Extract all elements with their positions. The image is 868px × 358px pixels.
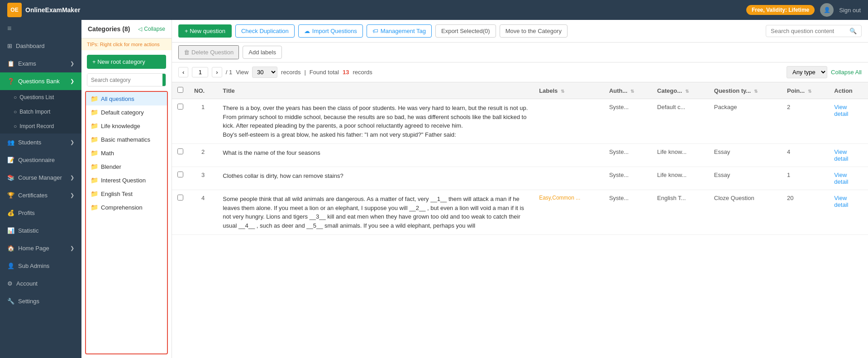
row-points: 20 (782, 190, 829, 235)
search-category-wrapper: 🔍 (87, 73, 166, 86)
category-item-label: All questions (101, 95, 134, 102)
view-detail-button[interactable]: Viewdetail (834, 172, 848, 185)
sidebar-item-label: Profits (18, 210, 35, 216)
row-no: 3 (189, 167, 217, 190)
questionnaire-icon: 📝 (7, 157, 14, 163)
sidebar-item-exams[interactable]: 📋 Exams ❯ (0, 55, 81, 72)
sidebar-item-import-record[interactable]: ○ Import Record (0, 119, 81, 134)
row-no: 2 (189, 144, 217, 167)
move-to-category-button[interactable]: Move to the Category (500, 24, 568, 38)
category-item-label: English Test (101, 191, 133, 197)
sidebar-item-course-manager[interactable]: 📚 Course Manager ❯ (0, 169, 81, 186)
separator: | (304, 69, 305, 76)
view-detail-button[interactable]: Viewdetail (834, 195, 848, 208)
question-table: NO. Title Labels ⇅ Auth... ⇅ Catego... ⇅… (172, 82, 868, 358)
table-row: 4 Some people think that all wild animal… (172, 190, 868, 235)
add-labels-button[interactable]: Add labels (243, 46, 282, 59)
delete-question-button[interactable]: 🗑 Delete Question (178, 45, 239, 59)
row-checkbox[interactable] (177, 172, 183, 177)
sidebar-item-questions-bank[interactable]: ❓ Questions Bank ❯ (0, 72, 81, 90)
management-tag-button[interactable]: 🏷 Management Tag (367, 24, 432, 38)
records-suffix: records (353, 69, 372, 76)
collapse-button[interactable]: ◁ Collapse (138, 26, 165, 32)
col-labels: Labels ⇅ (534, 82, 604, 99)
folder-icon: 📁 (91, 190, 98, 197)
category-item-label: Life knowledge (101, 123, 140, 129)
row-qtype: Package (709, 99, 782, 144)
record-icon: ○ (14, 123, 17, 129)
chevron-icon: ❯ (70, 175, 74, 181)
category-item-basic-math[interactable]: 📁 Basic mathematics (86, 133, 167, 146)
search-category-button[interactable]: 🔍 (162, 74, 166, 86)
category-item-comprehension[interactable]: 📁 Comprehension (86, 200, 167, 214)
search-question-input[interactable] (771, 28, 847, 34)
col-no: NO. (189, 82, 217, 99)
total-pages: / 1 (226, 69, 232, 76)
sidebar-item-batch-import[interactable]: ○ Batch Import (0, 105, 81, 119)
next-page-button[interactable]: › (212, 67, 222, 77)
sidebar-item-certificates[interactable]: 🏆 Certificates ❯ (0, 186, 81, 204)
account-icon: ⚙ (7, 280, 13, 287)
statistic-icon: 📊 (7, 227, 14, 234)
col-auth: Auth... ⇅ (604, 82, 652, 99)
page-number-input[interactable] (192, 67, 208, 77)
collapse-all-button[interactable]: Collapse All (831, 69, 862, 76)
new-root-category-button[interactable]: + New root category (87, 55, 166, 69)
check-duplication-button[interactable]: Check Duplication (235, 24, 295, 38)
trash-icon: 🗑 (184, 49, 190, 56)
sidebar-item-home-page[interactable]: 🏠 Home Page ❯ (0, 239, 81, 257)
sidebar-item-questionnaire[interactable]: 📝 Questionnaire (0, 151, 81, 169)
sidebar-item-sub-admins[interactable]: 👤 Sub Admins (0, 257, 81, 275)
search-question-wrapper: 🔍 (766, 25, 862, 37)
chevron-icon: ❯ (70, 78, 74, 84)
search-category-input[interactable] (87, 74, 162, 86)
row-category: Life know... (652, 167, 709, 190)
category-item-blender[interactable]: 📁 Blender (86, 160, 167, 173)
students-icon: 👥 (7, 139, 14, 146)
menu-icon[interactable]: ≡ (0, 20, 81, 37)
view-detail-button[interactable]: Viewdetail (834, 104, 848, 117)
sidebar-item-label: Course Manager (18, 174, 62, 181)
category-item-all[interactable]: 📁 All questions (86, 92, 167, 105)
questions-bank-icon: ❓ (7, 78, 14, 85)
row-auth: Syste... (604, 99, 652, 144)
type-filter-select[interactable]: Any type (787, 66, 827, 78)
category-item-default[interactable]: 📁 Default category (86, 105, 167, 119)
folder-icon: 📁 (91, 95, 98, 102)
sidebar-item-label: Statistic (18, 227, 39, 234)
row-category: Default c... (652, 99, 709, 144)
sidebar-item-settings[interactable]: 🔧 Settings (0, 292, 81, 310)
chevron-icon: ❯ (70, 192, 74, 198)
sidebar-item-label: Settings (18, 298, 39, 305)
category-item-math[interactable]: 📁 Math (86, 146, 167, 160)
chevron-icon: ❯ (70, 245, 74, 251)
sidebar-item-statistic[interactable]: 📊 Statistic (0, 222, 81, 239)
row-auth: Syste... (604, 190, 652, 235)
sidebar-item-profits[interactable]: 💰 Profits (0, 204, 81, 222)
sidebar-item-account[interactable]: ⚙ Account (0, 275, 81, 292)
sidebar-item-label: Dashboard (16, 43, 45, 49)
export-selected-button[interactable]: Export Selected(0) (435, 24, 496, 38)
select-all-checkbox[interactable] (177, 87, 183, 93)
row-title: Some people think that all wild animals … (217, 190, 534, 235)
sidebar-item-questions-list[interactable]: ○ Questions List (0, 90, 81, 105)
category-item-interest[interactable]: 📁 Interest Question (86, 173, 167, 187)
view-detail-button[interactable]: Viewdetail (834, 148, 848, 162)
sidebar-item-students[interactable]: 👥 Students ❯ (0, 134, 81, 151)
col-title: Title (217, 82, 534, 99)
row-checkbox[interactable] (177, 148, 183, 154)
row-checkbox[interactable] (177, 195, 183, 200)
per-page-select[interactable]: 30 50 100 (252, 67, 277, 78)
sidebar-item-label: Home Page (18, 245, 49, 252)
category-item-english[interactable]: 📁 English Test (86, 187, 167, 200)
prev-page-button[interactable]: ‹ (178, 67, 188, 77)
sign-out-button[interactable]: Sign out (839, 7, 861, 14)
top-nav-left: OE OnlineExamMaker (7, 3, 80, 17)
table-row: 3 Clothes collar is dirty, how can remov… (172, 167, 868, 190)
row-checkbox[interactable] (177, 104, 183, 110)
new-question-button[interactable]: + New question (178, 24, 232, 38)
row-title: There is a boy, over the years has been … (217, 99, 534, 144)
import-questions-button[interactable]: ☁ Import Questions (298, 24, 363, 38)
category-item-life[interactable]: 📁 Life knowledge (86, 119, 167, 133)
sidebar-item-dashboard[interactable]: ⊞ Dashboard (0, 37, 81, 55)
